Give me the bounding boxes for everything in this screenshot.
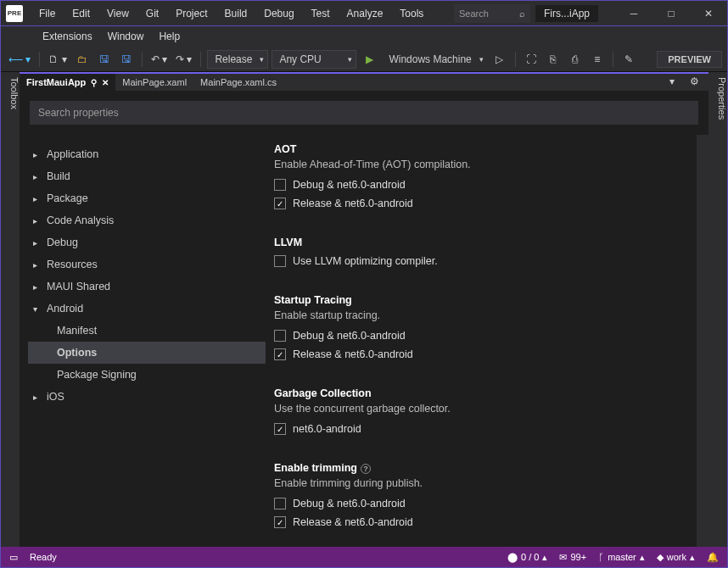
branch-indicator[interactable]: ᚴ master ▴	[598, 552, 645, 563]
menu-build[interactable]: Build	[217, 5, 255, 22]
checkbox-debug-net6-0-android[interactable]: Debug & net6.0-android	[274, 494, 671, 513]
tool1-icon[interactable]: ⛶	[522, 50, 540, 69]
section-title: Garbage Collection	[274, 387, 671, 399]
main-toolbar: ⟵ ▾ 🗋 ▾ 🗀 🖫 🖫 ↶ ▾ ↷ ▾ Release Any CPU ▶ …	[1, 47, 727, 72]
tree-debug[interactable]: Debug	[28, 231, 266, 253]
maximize-button[interactable]: □	[652, 2, 690, 25]
pin-icon[interactable]: ⚲	[91, 78, 97, 87]
help-icon[interactable]: ?	[361, 464, 371, 474]
tool3-icon[interactable]: ⎙	[566, 50, 585, 69]
checkbox-release-net6-0-android[interactable]: ✓Release & net6.0-android	[274, 513, 671, 532]
section-desc: Use the concurrent garbage collector.	[274, 403, 671, 415]
properties-panel: AOTEnable Ahead-of-Time (AOT) compilatio…	[266, 135, 697, 547]
section-enable-trimming: Enable trimming?Enable trimming during p…	[274, 462, 671, 532]
tool4-icon[interactable]: ≡	[588, 50, 607, 69]
section-title: AOT	[274, 143, 671, 155]
tool2-icon[interactable]: ⎘	[544, 50, 563, 69]
menu-analyze[interactable]: Analyze	[339, 5, 391, 22]
menubar-row2: ExtensionsWindowHelp	[1, 26, 727, 47]
menu-test[interactable]: Test	[304, 5, 338, 22]
tree-maui-shared[interactable]: MAUI Shared	[28, 276, 266, 298]
menu-window[interactable]: Window	[100, 28, 152, 45]
checkbox-net6-0-android[interactable]: ✓net6.0-android	[274, 420, 671, 438]
section-desc: Enable trimming during publish.	[274, 477, 671, 489]
menu-extensions[interactable]: Extensions	[35, 28, 100, 45]
tree-ios[interactable]: iOS	[28, 386, 266, 408]
section-aot: AOTEnable Ahead-of-Time (AOT) compilatio…	[274, 143, 671, 213]
menu-view[interactable]: View	[99, 5, 137, 22]
menubar: FileEditViewGitProjectBuildDebugTestAnal…	[31, 5, 431, 22]
tab-mainpage-xaml[interactable]: MainPage.xaml	[115, 74, 193, 91]
statusbar: ▭ Ready ⬤ 0 / 0 ▴ ✉ 99+ ᚴ master ▴ ◆ wor…	[1, 547, 727, 567]
target-dropdown[interactable]: Windows Machine	[382, 50, 486, 69]
message-count[interactable]: ✉ 99+	[559, 552, 586, 563]
checkbox-debug-net6-0-android[interactable]: Debug & net6.0-android	[274, 175, 671, 194]
checkbox-release-net6-0-android[interactable]: ✓Release & net6.0-android	[274, 194, 671, 213]
scrollbar[interactable]	[697, 135, 708, 547]
close-button[interactable]: ✕	[690, 2, 727, 25]
search-properties-input[interactable]: Search properties	[30, 101, 698, 125]
menu-debug[interactable]: Debug	[256, 5, 301, 22]
repo-indicator[interactable]: ◆ work ▴	[657, 552, 695, 563]
open-folder-button[interactable]: 🗀	[73, 50, 92, 69]
toolbox-panel-tab[interactable]: Toolbox	[1, 72, 20, 547]
tree-build[interactable]: Build	[28, 165, 266, 187]
save-all-button[interactable]: 🖫	[117, 50, 136, 69]
config-dropdown[interactable]: Release	[207, 50, 268, 69]
tree-code-analysis[interactable]: Code Analysis	[28, 209, 266, 231]
menu-project[interactable]: Project	[168, 5, 215, 22]
section-llvm: LLVMUse LLVM optimizing compiler.	[274, 237, 671, 270]
run-noDebug-button[interactable]: ▷	[490, 50, 509, 69]
project-settings-tree: ApplicationBuildPackageCode AnalysisDebu…	[20, 135, 266, 547]
nav-back-button[interactable]: ⟵ ▾	[6, 50, 33, 69]
tree-android[interactable]: Android	[28, 298, 266, 320]
document-tabbar: FirstMauiApp⚲✕MainPage.xamlMainPage.xaml…	[20, 72, 708, 91]
menu-tools[interactable]: Tools	[392, 5, 431, 22]
gear-icon[interactable]: ⚙	[685, 72, 703, 91]
run-button[interactable]: ▶	[360, 50, 378, 69]
tab-mainpage-xaml-cs[interactable]: MainPage.xaml.cs	[193, 74, 283, 91]
window-title: Firs...iApp	[535, 5, 598, 22]
properties-panel-tab[interactable]: Properties	[708, 72, 727, 547]
notifications-icon[interactable]: 🔔	[707, 552, 719, 563]
section-garbage-collection: Garbage CollectionUse the concurrent gar…	[274, 387, 671, 438]
section-title: LLVM	[274, 237, 671, 248]
section-desc: Enable Ahead-of-Time (AOT) compilation.	[274, 159, 671, 170]
tree-resources[interactable]: Resources	[28, 253, 266, 276]
tree-options[interactable]: Options	[28, 342, 266, 364]
section-startup-tracing: Startup TracingEnable startup tracing.De…	[274, 294, 671, 364]
tab-firstmauiapp[interactable]: FirstMauiApp⚲✕	[20, 72, 115, 91]
tree-manifest[interactable]: Manifest	[28, 320, 266, 342]
new-item-button[interactable]: 🗋 ▾	[46, 50, 69, 69]
error-count[interactable]: ⬤ 0 / 0 ▴	[507, 552, 547, 563]
vs-logo: PRE	[6, 5, 23, 22]
redo-button[interactable]: ↷ ▾	[173, 50, 194, 69]
platform-dropdown[interactable]: Any CPU	[272, 50, 356, 69]
preview-button[interactable]: PREVIEW	[657, 51, 722, 68]
titlebar: PRE FileEditViewGitProjectBuildDebugTest…	[1, 1, 727, 26]
search-icon: ⌕	[519, 8, 525, 19]
section-desc: Enable startup tracing.	[274, 309, 671, 321]
tree-package[interactable]: Package	[28, 187, 266, 209]
section-title: Enable trimming?	[274, 462, 671, 474]
output-icon[interactable]: ▭	[9, 552, 18, 563]
tree-package-signing[interactable]: Package Signing	[28, 364, 266, 386]
status-ready: Ready	[30, 552, 57, 562]
checkbox-use-llvm-optimizing-compiler-[interactable]: Use LLVM optimizing compiler.	[274, 252, 671, 270]
menu-git[interactable]: Git	[138, 5, 166, 22]
tool5-icon[interactable]: ✎	[619, 50, 638, 69]
save-button[interactable]: 🖫	[95, 50, 114, 69]
menu-file[interactable]: File	[31, 5, 63, 22]
section-title: Startup Tracing	[274, 294, 671, 306]
checkbox-release-net6-0-android[interactable]: ✓Release & net6.0-android	[274, 345, 671, 364]
checkbox-debug-net6-0-android[interactable]: Debug & net6.0-android	[274, 326, 671, 345]
minimize-button[interactable]: ─	[615, 2, 652, 25]
close-icon[interactable]: ✕	[102, 78, 109, 87]
tab-overflow-button[interactable]: ▾	[663, 72, 681, 91]
menu-edit[interactable]: Edit	[64, 5, 98, 22]
menu-help[interactable]: Help	[151, 28, 188, 45]
tree-application[interactable]: Application	[28, 143, 266, 165]
search-placeholder: Search	[459, 8, 489, 19]
undo-button[interactable]: ↶ ▾	[148, 50, 170, 69]
global-search[interactable]: Search ⌕	[454, 4, 530, 23]
